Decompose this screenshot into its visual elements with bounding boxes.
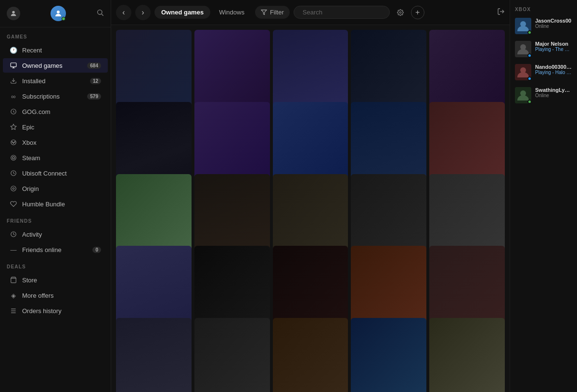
friend-item[interactable]: Nando00300000 Playing - Halo Infini... [515, 64, 572, 80]
sidebar-item-steam[interactable]: Steam [3, 151, 108, 165]
sidebar-item-xbox[interactable]: Xbox [3, 135, 108, 150]
friend-info: Nando00300000 Playing - Halo Infini... [535, 64, 572, 75]
friend-item[interactable]: Major Nelson Playing - The Pedes... [515, 41, 572, 57]
svg-point-12 [13, 157, 15, 159]
ubisoft-icon [10, 169, 17, 177]
friend-avatar [515, 18, 531, 34]
left-sidebar: GAMES 🕐 Recent Owned games 684 Installed… [0, 0, 111, 392]
friend-info: SwathingLynx53 Online [535, 87, 572, 98]
online-status-dot [527, 30, 532, 35]
sidebar-item-humble[interactable]: Humble Bundle [3, 197, 108, 211]
steam-icon [10, 154, 17, 162]
svg-point-14 [11, 186, 16, 191]
xbox-section-label: XBOX [515, 7, 572, 12]
sidebar-item-epic[interactable]: Epic [3, 120, 108, 134]
game-grid: TOMORROWCORPORATION MARK OFTHE NINJA MAR… [111, 25, 510, 392]
back-button[interactable]: ‹ [116, 5, 131, 20]
humble-icon [10, 200, 17, 208]
logout-button[interactable] [497, 8, 505, 17]
sidebar-item-ubisoft[interactable]: Ubisoft Connect [3, 166, 108, 180]
sidebar-item-orders-history[interactable]: ☰ Orders history [3, 303, 108, 318]
friends-online-icon: — [10, 246, 17, 253]
friends-section-label: FRIENDS [0, 212, 111, 227]
avatar[interactable] [51, 6, 66, 21]
friend-avatar [515, 87, 531, 103]
friend-avatar [515, 64, 531, 80]
svg-marker-18 [261, 10, 267, 15]
sidebar-item-subscriptions[interactable]: ∞ Subscriptions 579 [3, 89, 108, 103]
sidebar-item-store[interactable]: Store [3, 273, 108, 287]
main-content: ‹ › Owned games Windows Filter + TOMORRO… [111, 0, 510, 392]
sidebar-item-recent[interactable]: 🕐 Recent [3, 43, 108, 57]
recent-icon: 🕐 [10, 46, 17, 54]
game-card[interactable] [194, 318, 270, 392]
game-card[interactable] [429, 318, 505, 392]
right-sidebar: XBOX JasonCross00 Online Major Nelson Pl… [510, 0, 577, 392]
online-status-dot [62, 17, 65, 21]
filter-button[interactable]: Filter [255, 6, 290, 19]
game-card[interactable]: METROEXODUS [273, 318, 348, 392]
friend-avatar [515, 41, 531, 57]
installed-icon [10, 77, 17, 85]
settings-icon[interactable] [394, 6, 407, 19]
search-input[interactable] [303, 9, 384, 16]
gog-icon [10, 108, 17, 115]
friend-info: JasonCross00 Online [535, 18, 572, 29]
svg-point-0 [12, 11, 14, 13]
game-card[interactable] [116, 318, 192, 392]
svg-point-15 [13, 188, 14, 190]
forward-button[interactable]: › [135, 5, 151, 20]
svg-marker-9 [11, 124, 16, 129]
tab-windows[interactable]: Windows [212, 6, 251, 19]
game-card[interactable]: MICROSOFTFLIGHTSIMULATOR [351, 318, 426, 392]
origin-icon [10, 185, 17, 192]
sidebar-item-activity[interactable]: Activity [3, 227, 108, 241]
sidebar-item-more-offers[interactable]: ◈ More offers [3, 288, 108, 303]
svg-rect-4 [11, 63, 16, 67]
svg-point-11 [11, 155, 16, 161]
svg-point-1 [57, 11, 60, 13]
subscriptions-icon: ∞ [10, 92, 17, 100]
orders-history-icon: ☰ [10, 307, 17, 315]
friend-item[interactable]: JasonCross00 Online [515, 18, 572, 34]
profile-icon[interactable] [7, 7, 20, 20]
store-icon [10, 276, 17, 284]
svg-point-21 [399, 12, 401, 13]
friend-item[interactable]: SwathingLynx53 Online [515, 87, 572, 103]
sidebar-item-friends-online[interactable]: — Friends online 0 [3, 242, 108, 257]
tab-group: Owned games Windows [154, 6, 251, 19]
sidebar-item-origin[interactable]: Origin [3, 181, 108, 196]
svg-point-2 [98, 10, 102, 14]
deals-section-label: DEALS [0, 257, 111, 272]
owned-games-icon [10, 62, 17, 69]
games-section-label: GAMES [0, 27, 111, 42]
search-icon[interactable] [96, 9, 104, 18]
tab-owned-games[interactable]: Owned games [154, 6, 210, 19]
svg-line-3 [102, 14, 103, 16]
svg-point-10 [11, 140, 16, 145]
epic-icon [10, 123, 17, 131]
playing-status-dot [527, 53, 532, 58]
add-button[interactable]: + [411, 6, 424, 19]
online-status-dot [527, 100, 532, 104]
more-offers-icon: ◈ [10, 291, 17, 299]
xbox-icon [10, 139, 17, 146]
sidebar-item-owned-games[interactable]: Owned games 684 [3, 58, 108, 73]
sidebar-item-gog[interactable]: GOG.com [3, 104, 108, 119]
sidebar-item-installed[interactable]: Installed 12 [3, 74, 108, 88]
playing-status-dot [527, 76, 532, 81]
friend-info: Major Nelson Playing - The Pedes... [535, 41, 572, 52]
topbar: ‹ › Owned games Windows Filter + [111, 0, 510, 25]
sidebar-header [0, 0, 111, 27]
search-bar [294, 6, 390, 19]
activity-icon [10, 230, 17, 238]
